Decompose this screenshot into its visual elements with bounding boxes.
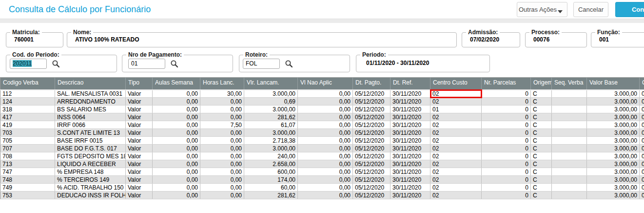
cell[interactable]: 02	[430, 129, 482, 137]
cell[interactable]: 05/12/2020	[353, 160, 390, 168]
table-row[interactable]: 705BASE IRRF 0015Valor0,000,002.718,380,…	[0, 137, 644, 145]
cell[interactable]: 0	[482, 106, 531, 113]
cell[interactable]: 61,07	[244, 121, 298, 129]
cell[interactable]: 0	[640, 129, 644, 137]
cell[interactable]: LIQUIDO A RECEBER	[55, 160, 126, 168]
cell[interactable]	[552, 137, 587, 145]
cell[interactable]: 281,62	[244, 192, 298, 199]
cell[interactable]: 0,00	[153, 113, 200, 121]
cell[interactable]: 0,00	[298, 160, 353, 168]
cell[interactable]: 2.658,00	[244, 160, 298, 168]
cell[interactable]: 60,00	[244, 184, 298, 192]
cell[interactable]: 01	[430, 106, 482, 113]
column-header[interactable]: C	[640, 78, 644, 90]
cell[interactable]: 05/12/2020	[353, 98, 390, 106]
cell[interactable]: 05/12/2020	[353, 137, 390, 145]
table-row[interactable]: 419IRRF 0066Valor0,007,5061,070,0005/12/…	[0, 121, 644, 129]
cell[interactable]: 3.000,00	[587, 160, 640, 168]
cell[interactable]: 708	[0, 152, 55, 160]
cell[interactable]: 0,00	[200, 113, 244, 121]
column-header[interactable]: Horas Lanc.	[200, 78, 244, 90]
table-row[interactable]: 124ARREDONDAMENTOValor0,000,000,690,0005…	[0, 98, 644, 106]
table-row[interactable]: 749% ACID. TRABALHO 150Valor0,000,0060,0…	[0, 184, 644, 192]
cell[interactable]: 30/11/2020	[390, 137, 430, 145]
cell[interactable]: Valor	[126, 90, 153, 98]
cell[interactable]: 0,00	[153, 168, 200, 176]
cell[interactable]: 02	[430, 168, 482, 176]
cell[interactable]: 600,00	[244, 168, 298, 176]
cell[interactable]: 0,00	[200, 129, 244, 137]
cell[interactable]: 0	[482, 98, 531, 106]
cell[interactable]: 0	[482, 160, 531, 168]
cell[interactable]: 3.000,00	[587, 176, 640, 184]
cell[interactable]: C	[531, 176, 552, 184]
cell[interactable]: 705	[0, 137, 55, 145]
cell[interactable]: C	[531, 129, 552, 137]
cell[interactable]: 0,00	[153, 152, 200, 160]
table-row[interactable]: 748% TERCEIROS 149Valor0,000,00174,000,0…	[0, 176, 644, 184]
cell[interactable]: 30/11/2020	[390, 176, 430, 184]
column-header[interactable]: Vl Nao Aplic	[298, 78, 353, 90]
cell[interactable]: 30/11/2020	[390, 152, 430, 160]
cell[interactable]: 2.718,38	[244, 137, 298, 145]
cell[interactable]: 0	[640, 121, 644, 129]
cell[interactable]: 3.000,00	[244, 145, 298, 152]
cell[interactable]: 0,00	[298, 145, 353, 152]
cell[interactable]: 30,00	[200, 90, 244, 98]
cell[interactable]: 0,00	[153, 90, 200, 98]
cell[interactable]: 0	[482, 145, 531, 152]
cell[interactable]: BASE DO F.G.T.S. 017	[55, 145, 126, 152]
cell[interactable]: 3.000,00	[587, 90, 640, 98]
cell[interactable]: 30/11/2020	[390, 121, 430, 129]
cell[interactable]: 3.000,00	[587, 106, 640, 113]
column-header[interactable]: Descricao	[55, 78, 126, 90]
cell[interactable]: 0	[640, 152, 644, 160]
cell[interactable]: 0,00	[298, 137, 353, 145]
cell[interactable]: 0,00	[200, 192, 244, 199]
cell[interactable]: 0,00	[200, 184, 244, 192]
cell[interactable]: C	[531, 113, 552, 121]
cell[interactable]: 0	[482, 90, 531, 98]
cell[interactable]: 0,00	[200, 160, 244, 168]
column-header[interactable]: Vlr. Lancam.	[244, 78, 298, 90]
cell[interactable]: 3.000,00	[587, 121, 640, 129]
cell[interactable]: 0	[482, 113, 531, 121]
cell[interactable]: 05/12/2020	[353, 113, 390, 121]
cell[interactable]: 3.000,00	[587, 168, 640, 176]
cell[interactable]: 0,00	[153, 192, 200, 199]
cell[interactable]: 124	[0, 98, 55, 106]
cell[interactable]: 419	[0, 121, 55, 129]
table-row[interactable]: 318BS SALARIO MESValor0,000,003.000,000,…	[0, 106, 644, 113]
cell[interactable]: 3.000,00	[244, 90, 298, 98]
cell[interactable]: 0,00	[153, 176, 200, 184]
outras-acoes-button[interactable]: Outras Ações	[517, 2, 567, 17]
cell[interactable]: 0	[482, 129, 531, 137]
cell[interactable]	[552, 121, 587, 129]
cell[interactable]: Valor	[126, 129, 153, 137]
cell[interactable]: 0	[640, 192, 644, 199]
cell[interactable]	[552, 176, 587, 184]
table-row[interactable]: 713LIQUIDO A RECEBERValor0,000,002.658,0…	[0, 160, 644, 168]
cell[interactable]: 0	[640, 106, 644, 113]
cell[interactable]: 3.000,00	[587, 113, 640, 121]
cell[interactable]: 30/11/2020	[390, 192, 430, 199]
cell[interactable]: 0	[482, 168, 531, 176]
column-header[interactable]: Tipo	[126, 78, 153, 90]
cell[interactable]: 240,00	[244, 152, 298, 160]
cell[interactable]: 318	[0, 106, 55, 113]
cell[interactable]: ARREDONDAMENTO	[55, 98, 126, 106]
cell[interactable]: Valor	[126, 168, 153, 176]
cell[interactable]	[552, 168, 587, 176]
cell[interactable]: 0,00	[200, 152, 244, 160]
cell[interactable]: 0,00	[153, 137, 200, 145]
cell[interactable]: 30/11/2020	[390, 113, 430, 121]
cell[interactable]: 7,50	[200, 121, 244, 129]
cod-periodo-input[interactable]: 202011	[10, 59, 47, 69]
cell[interactable]: DEDUCAO INSS IR FOLH	[55, 192, 126, 199]
cell[interactable]: 0,00	[153, 184, 200, 192]
cell[interactable]: 0,00	[298, 113, 353, 121]
cell[interactable]: 747	[0, 168, 55, 176]
table-row[interactable]: 417INSS 0064Valor0,000,00281,620,0005/12…	[0, 113, 644, 121]
cell[interactable]: 0	[640, 98, 644, 106]
cell[interactable]: Valor	[126, 176, 153, 184]
